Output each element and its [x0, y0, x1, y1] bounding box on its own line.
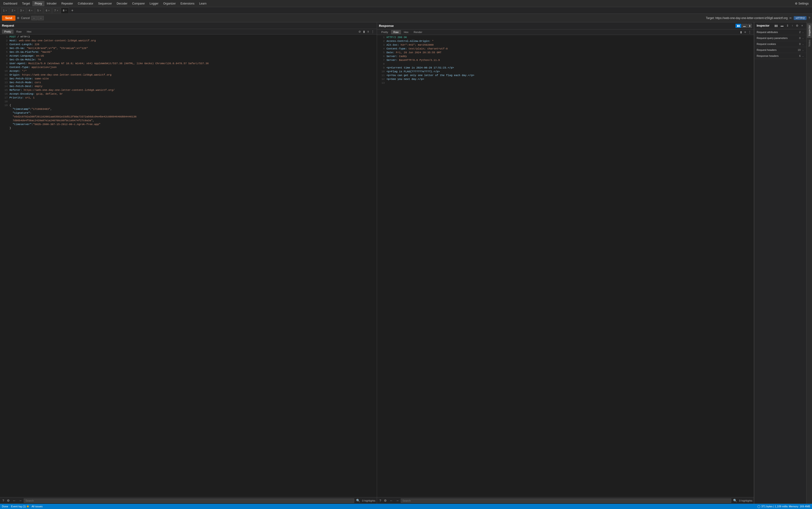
tab-7[interactable]: 7 × — [52, 8, 60, 13]
response-view-buttons: ▮▮ ▬ ▮ — [736, 24, 752, 28]
nav-intruder[interactable]: Intruder — [44, 1, 59, 6]
line-item: 6Accept-Language: en-US — [0, 55, 377, 58]
tab-8[interactable]: 8 × — [61, 8, 69, 13]
response-pretty-print-icon[interactable]: ▮ — [740, 30, 743, 34]
line-item: 4Sec-Ch-Ua: "Not(A)Brand";v="8", "Chromi… — [0, 47, 377, 50]
response-search-next-icon[interactable]: → — [395, 498, 400, 503]
tab-3-close[interactable]: × — [23, 9, 24, 12]
tab-3[interactable]: 3 × — [18, 8, 26, 13]
request-ln-icon[interactable]: ≡ — [367, 30, 370, 34]
line-item: 2Host: web-one-day-one-letter-content-lz… — [0, 39, 377, 43]
response-search-bar: ? ⚙ ← → 🔍 0 highlights — [377, 497, 754, 504]
nav-collaborator[interactable]: Collaborator — [76, 1, 96, 6]
inspector-request-cookies[interactable]: Request cookies 0 ⌄ — [754, 41, 806, 47]
request-highlights-label: 0 highlights — [362, 499, 375, 502]
status-bar-right: ◯ 371 bytes | 1,109 millis Memory: 169.4… — [758, 505, 810, 508]
inspector-close-icon[interactable]: × — [800, 24, 804, 28]
response-search-prev-icon[interactable]: ← — [389, 498, 394, 503]
request-search-next-icon[interactable]: → — [18, 498, 23, 503]
tab-6-close[interactable]: × — [48, 9, 50, 12]
http-help-icon[interactable]: ? — [808, 16, 810, 20]
response-tab-render[interactable]: Render — [411, 30, 425, 34]
tab-8-close[interactable]: × — [65, 9, 67, 12]
response-help-icon[interactable]: ? — [378, 498, 382, 503]
tab-5-close[interactable]: × — [40, 9, 41, 12]
inspector-view-split-icon[interactable]: ▮▮ — [774, 24, 779, 28]
inspector-request-attributes[interactable]: Request attributes 2 ⌄ — [754, 29, 806, 35]
nav-organizer[interactable]: Organizer — [161, 1, 178, 6]
cancel-button[interactable]: Cancel — [21, 16, 30, 20]
prev-arrow-button[interactable]: ← — [31, 16, 37, 20]
nav-learn[interactable]: Learn — [197, 1, 209, 6]
response-view-horizontal-icon[interactable]: ▬ — [742, 24, 747, 28]
request-pretty-print-icon[interactable]: ▮ — [363, 30, 366, 34]
request-search-prev-icon[interactable]: ← — [12, 498, 16, 503]
tab-2-close[interactable]: × — [14, 9, 15, 12]
line-item: 12Sec-Fetch-Site: same-site — [0, 77, 377, 81]
next-arrow-button[interactable]: → — [38, 16, 44, 20]
request-search-submit-icon[interactable]: 🔍 — [355, 498, 361, 503]
response-search-input[interactable] — [401, 499, 731, 503]
response-more-icon[interactable]: ⋮ — [748, 30, 752, 34]
tab-7-label: 7 — [54, 9, 56, 12]
side-tab-inspector[interactable]: Inspector — [807, 23, 812, 38]
nav-extensions[interactable]: Extensions — [178, 1, 197, 6]
inspector-settings-icon[interactable]: ⚙ — [795, 24, 800, 28]
edit-target-icon[interactable]: ✏ — [789, 16, 792, 20]
response-tab-raw[interactable]: Raw — [391, 30, 401, 34]
send-button[interactable]: Send — [2, 15, 15, 21]
nav-proxy[interactable]: Proxy — [32, 1, 44, 6]
inspector-request-headers[interactable]: Request headers 19 ⌄ — [754, 47, 806, 53]
nav-comparer[interactable]: Comparer — [130, 1, 147, 6]
response-tab-pretty[interactable]: Pretty — [379, 30, 391, 34]
request-more-icon[interactable]: ⋮ — [371, 30, 375, 34]
request-tab-pretty[interactable]: Pretty — [2, 30, 13, 34]
response-view-single-icon[interactable]: ▮ — [748, 24, 752, 28]
settings-gear-icon[interactable]: ⚙ — [17, 16, 20, 20]
request-tab-hex[interactable]: Hex — [25, 30, 34, 34]
nav-target[interactable]: Target — [20, 1, 32, 6]
tab-5[interactable]: 5 × — [35, 8, 43, 13]
side-tab-notes[interactable]: Notes — [807, 38, 812, 48]
response-search-submit-icon[interactable]: 🔍 — [732, 498, 738, 503]
nav-repeater[interactable]: Repeater — [59, 1, 75, 6]
line-item: 10Accept: */* — [0, 70, 377, 73]
response-ln-icon[interactable]: ≡ — [744, 30, 747, 34]
request-panel-header: Request — [0, 22, 377, 29]
tab-add-button[interactable]: + — [69, 8, 75, 13]
tab-6[interactable]: 6 × — [44, 8, 52, 13]
toolbar: Send ⚙ Cancel ← → Target: https://web-on… — [0, 14, 812, 22]
tab-1-close[interactable]: × — [5, 9, 7, 12]
inspector-response-headers[interactable]: Response headers 6 ⌄ — [754, 53, 806, 59]
tab-7-close[interactable]: × — [57, 9, 58, 12]
nav-logger[interactable]: Logger — [147, 1, 161, 6]
line-item: 16Accept-Encoding: gzip, deflate, br — [0, 93, 377, 96]
all-issues-label[interactable]: All issues — [32, 505, 42, 508]
event-log[interactable]: Event log (1) — [11, 505, 29, 508]
nav-settings[interactable]: ⚙ Settings — [792, 1, 811, 6]
request-search-input[interactable] — [24, 499, 354, 503]
tab-1[interactable]: 1 × — [1, 8, 9, 13]
inspector-query-params[interactable]: Request query parameters 0 ⌄ — [754, 35, 806, 41]
request-tab-raw[interactable]: Raw — [14, 30, 24, 34]
inspector-view-horizontal-icon[interactable]: ▬ — [780, 24, 784, 28]
nav-decoder[interactable]: Decoder — [114, 1, 130, 6]
tab-4-close[interactable]: × — [31, 9, 33, 12]
memory-label: Memory: 169.4MB — [789, 505, 810, 508]
settings-icon: ⚙ — [795, 2, 798, 5]
inspector-expand-icon[interactable]: ⇕ — [785, 24, 790, 28]
response-tab-hex[interactable]: Hex — [402, 30, 411, 34]
tab-4[interactable]: 4 × — [27, 8, 35, 13]
response-search-settings-icon[interactable]: ⚙ — [383, 498, 388, 503]
nav-dashboard[interactable]: Dashboard — [1, 1, 20, 6]
response-view-split-icon[interactable]: ▮▮ — [736, 24, 741, 28]
request-help-icon[interactable]: ? — [1, 498, 5, 503]
nav-sequencer[interactable]: Sequencer — [96, 1, 114, 6]
inspector-collapse-icon[interactable]: ↑ — [790, 24, 794, 28]
chevron-down-icon: ⌄ — [802, 55, 804, 57]
line-item: 7d86b4de4f58ac2428a87e1a240706c86f8c1e04… — [0, 119, 377, 123]
tab-2[interactable]: 2 × — [9, 8, 17, 13]
request-no-wrap-icon[interactable]: ⊘ — [358, 30, 362, 34]
request-search-settings-icon[interactable]: ⚙ — [6, 498, 11, 503]
http-version-badge[interactable]: HTTP/2 — [794, 16, 807, 20]
